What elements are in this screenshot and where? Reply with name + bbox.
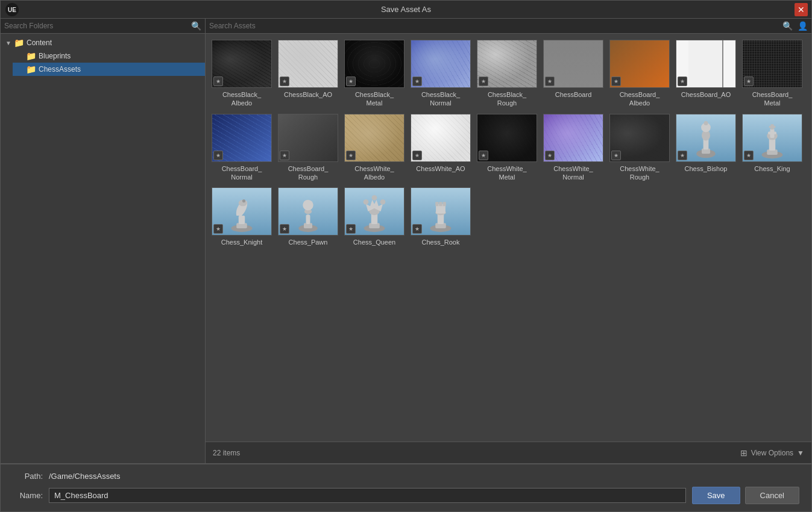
asset-item-chessboard-normal[interactable]: ★ ChessBoard_Normal (212, 114, 272, 182)
tree-item-chessassets[interactable]: ▶ 📁 ChessAssets (13, 63, 205, 76)
favorite-star-19[interactable]: ★ (213, 224, 223, 234)
asset-item-chess-rook[interactable]: ★ Chess_Rook (411, 187, 471, 246)
asset-item-chesswhite-ao[interactable]: ★ ChessWhite_AO (411, 114, 471, 182)
search-folders-input[interactable] (4, 22, 189, 30)
favorite-star-12[interactable]: ★ (346, 151, 356, 160)
asset-label-6: ChessBoard (555, 90, 592, 99)
rook-svg (423, 190, 459, 233)
view-options-chevron: ▼ (797, 449, 804, 457)
asset-label-19: Chess_Knight (221, 238, 263, 246)
name-input[interactable] (49, 488, 686, 503)
asset-label-8: ChessBoard_AO (681, 90, 731, 99)
svg-rect-16 (239, 216, 245, 224)
favorite-star-21[interactable]: ★ (346, 224, 356, 234)
favorite-star-9[interactable]: ★ (744, 76, 754, 86)
path-value: /Game/ChessAssets (49, 472, 121, 481)
asset-label-12: ChessWhite_Albedo (354, 164, 394, 182)
asset-item-chessboard-rough[interactable]: ★ ChessBoard_Rough (278, 114, 338, 182)
asset-item-chessboard-ao[interactable]: ★ ChessBoard_AO (676, 40, 736, 108)
favorite-star-8[interactable]: ★ (678, 76, 687, 86)
asset-item-chessbblack-albedo[interactable]: ★ ChessBlack_Albedo (212, 40, 272, 108)
asset-thumb-5: ★ (477, 40, 537, 88)
pawn-svg (290, 190, 326, 233)
asset-thumb-6: ★ (543, 40, 603, 88)
asset-item-chessblack-ao[interactable]: ★ ChessBlack_AO (278, 40, 338, 108)
tree-item-content[interactable]: ▼ 📁 Content (1, 36, 205, 49)
asset-item-chessboard-metal[interactable]: ★ ChessBoard_Metal (742, 40, 802, 108)
favorite-star-17[interactable]: ★ (678, 151, 687, 160)
tree-children: ▶ 📁 Blueprints ▶ 📁 ChessAssets (1, 49, 205, 76)
main-content: 🔍 ▼ 📁 Content ▶ 📁 Blueprints ▶ (1, 19, 811, 463)
asset-item-chess-king[interactable]: ★ Chess_King (742, 114, 802, 182)
tree-item-blueprints[interactable]: ▶ 📁 Blueprints (13, 49, 205, 63)
asset-label-5: ChessBlack_Rough (488, 90, 526, 108)
right-panel: 🔍 👤 ★ ChessBlack_Albedo ★ (206, 19, 811, 463)
asset-label-18: Chess_King (754, 164, 790, 173)
favorite-star-15[interactable]: ★ (545, 151, 555, 160)
asset-thumb-20: ★ (278, 187, 338, 236)
folder-icon: 📁 (14, 38, 24, 48)
asset-thumb-14: ★ (477, 114, 537, 162)
asset-thumb-13: ★ (411, 114, 471, 162)
favorite-star-16[interactable]: ★ (611, 151, 621, 160)
favorite-star-14[interactable]: ★ (479, 151, 488, 160)
favorite-star-4[interactable]: ★ (412, 76, 422, 86)
asset-item-chess-pawn[interactable]: ★ Chess_Pawn (278, 187, 338, 246)
favorite-star-10[interactable]: ★ (213, 151, 223, 160)
asset-item-chesswhite-albedo[interactable]: ★ ChessWhite_Albedo (344, 114, 404, 182)
asset-item-chessblack-rough[interactable]: ★ ChessBlack_Rough (477, 40, 537, 108)
asset-label-3: ChessBlack_Metal (355, 90, 394, 108)
asset-item-chess-knight[interactable]: ★ Chess_Knight (212, 187, 272, 246)
asset-thumb-7: ★ (609, 40, 670, 88)
search-assets-icon: 🔍 (782, 21, 793, 31)
king-svg (754, 117, 790, 159)
left-panel: 🔍 ▼ 📁 Content ▶ 📁 Blueprints ▶ (1, 19, 206, 463)
title-bar: UE Save Asset As ✕ (1, 1, 811, 19)
asset-item-chessboard[interactable]: ★ ChessBoard (543, 40, 603, 108)
svg-point-29 (372, 195, 377, 201)
asset-item-chesswhite-rough[interactable]: ★ ChessWhite_Rough (609, 114, 670, 182)
asset-item-chess-queen[interactable]: ★ Chess_Queen (344, 187, 404, 246)
favorite-star-1[interactable]: ★ (213, 76, 223, 86)
ue-logo: UE (5, 3, 19, 16)
svg-point-23 (303, 200, 313, 211)
asset-thumb-15: ★ (543, 114, 603, 162)
save-button[interactable]: Save (692, 487, 740, 504)
asset-thumb-3: ★ (344, 40, 404, 88)
favorite-star-18[interactable]: ★ (744, 151, 754, 160)
asset-item-chesswhite-normal[interactable]: ★ ChessWhite_Normal (543, 114, 603, 182)
favorite-star-2[interactable]: ★ (280, 76, 289, 86)
view-options-button[interactable]: ⊞ View Options ▼ (740, 448, 804, 458)
asset-thumb-19: ★ (212, 187, 272, 236)
asset-thumb-2: ★ (278, 40, 338, 88)
asset-label-9: ChessBoard_Metal (752, 90, 793, 108)
asset-item-chessboard-albedo[interactable]: ★ ChessBoard_Albedo (609, 40, 670, 108)
folder-icon-bp: 📁 (26, 51, 36, 61)
favorite-star-20[interactable]: ★ (280, 224, 289, 234)
asset-item-chessblack-metal[interactable]: ★ ChessBlack_Metal (344, 40, 404, 108)
favorite-star-3[interactable]: ★ (346, 76, 356, 86)
cancel-button[interactable]: Cancel (745, 487, 799, 504)
asset-item-chessblack-normal[interactable]: ★ ChessBlack_Normal (411, 40, 471, 108)
asset-thumb-18: ★ (742, 114, 802, 162)
tree-label-content: Content (27, 39, 52, 47)
svg-rect-36 (435, 202, 438, 206)
svg-rect-11 (768, 131, 776, 134)
asset-thumb-11: ★ (278, 114, 338, 162)
asset-label-20: Chess_Pawn (289, 238, 328, 246)
search-folders-icon: 🔍 (191, 21, 201, 31)
favorite-star-11[interactable]: ★ (280, 151, 289, 160)
favorite-star-6[interactable]: ★ (545, 76, 555, 86)
favorite-star-13[interactable]: ★ (412, 151, 422, 160)
favorite-star-7[interactable]: ★ (611, 76, 621, 86)
asset-item-chesswhite-metal[interactable]: ★ ChessWhite_Metal (477, 114, 537, 182)
asset-label-15: ChessWhite_Normal (553, 164, 593, 182)
favorite-star-5[interactable]: ★ (479, 76, 488, 86)
close-button[interactable]: ✕ (795, 3, 808, 16)
svg-point-30 (380, 199, 386, 205)
search-assets-input[interactable] (209, 22, 780, 30)
favorite-star-22[interactable]: ★ (412, 224, 422, 234)
asset-item-chess-bishop[interactable]: ★ Chess_Bishop (676, 114, 736, 182)
asset-label-2: ChessBlack_AO (284, 90, 332, 99)
arrow-icon: ▼ (5, 40, 11, 46)
